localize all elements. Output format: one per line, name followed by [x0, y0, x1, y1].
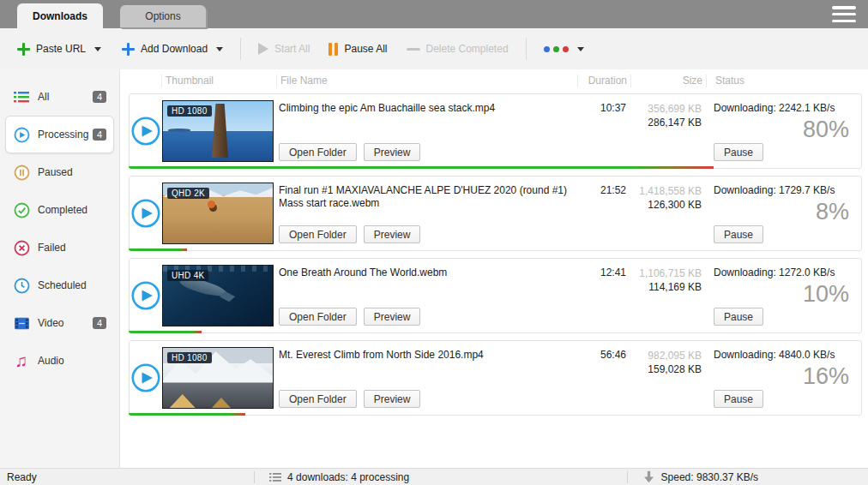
duration-value: 21:52 — [576, 177, 630, 250]
column-status[interactable]: Status — [706, 75, 862, 87]
plus-icon — [122, 43, 135, 56]
download-arrow-icon — [642, 470, 655, 483]
download-row[interactable]: HD 1080 Climbing the epic Am Buachaille … — [129, 93, 862, 169]
downloads-summary: 4 downloads: 4 processing — [245, 471, 409, 483]
chevron-down-icon[interactable] — [216, 47, 223, 51]
quality-badge: QHD 2K — [167, 188, 209, 199]
pause-circle-icon — [13, 164, 30, 181]
tab-options[interactable]: Options — [120, 5, 206, 27]
file-name: Final run #1 MAXIAVALANCHE ALPE D'HUEZ 2… — [279, 184, 570, 210]
size-total: 1,418,558 KB — [630, 184, 702, 198]
download-rows: HD 1080 Climbing the epic Am Buachaille … — [129, 93, 862, 416]
preview-button[interactable]: Preview — [364, 308, 421, 326]
open-folder-button[interactable]: Open Folder — [279, 390, 357, 408]
list-colored-icon — [13, 88, 30, 105]
download-speed-status: Downloading: 1729.7 KB/s — [714, 184, 851, 196]
thumbnail-image[interactable]: QHD 2K — [162, 183, 274, 244]
pause-all-button[interactable]: Pause All — [322, 38, 394, 61]
toolbar: Paste URL Add Download Start All Pause A… — [0, 28, 868, 69]
file-name: One Breath Around The World.webm — [279, 266, 570, 279]
delete-completed-button[interactable]: Delete Completed — [400, 38, 515, 60]
download-list-panel: Thumbnail File Name Duration Size Status… — [120, 69, 868, 468]
column-size[interactable]: Size — [630, 75, 706, 87]
preview-button[interactable]: Preview — [364, 225, 421, 243]
size-total: 1,106,715 KB — [630, 266, 702, 280]
tab-bar: Downloads Options — [0, 0, 868, 28]
size-downloaded: 159,028 KB — [630, 362, 702, 376]
play-circle-icon — [13, 126, 30, 143]
progress-bar — [129, 413, 245, 416]
speed-indicator: Speed: 9830.37 KB/s — [618, 470, 758, 483]
thumbnail-image[interactable]: HD 1080 — [162, 347, 274, 409]
thumbnail-image[interactable]: HD 1080 — [162, 100, 274, 162]
column-thumbnail[interactable]: Thumbnail — [161, 75, 276, 87]
open-folder-button[interactable]: Open Folder — [279, 308, 357, 326]
play-button[interactable] — [131, 199, 160, 228]
status-bar: Ready 4 downloads: 4 processing Speed: 9… — [0, 468, 868, 485]
pause-button[interactable]: Pause — [714, 225, 763, 243]
count-badge: 4 — [93, 129, 106, 141]
clock-circle-icon — [13, 277, 30, 294]
preview-button[interactable]: Preview — [364, 143, 421, 161]
colored-dots-icon — [544, 46, 569, 52]
size-cell: 982,095 KB 159,028 KB — [630, 341, 705, 415]
sidebar-item-all[interactable]: All 4 — [5, 78, 114, 116]
sidebar-item-paused[interactable]: Paused — [5, 153, 114, 191]
sidebar-item-label: Scheduled — [38, 279, 87, 291]
tab-downloads-label: Downloads — [33, 10, 87, 22]
sidebar-item-processing[interactable]: Processing 4 — [5, 116, 114, 153]
sidebar-item-audio[interactable]: ♫ Audio — [5, 342, 114, 380]
header-spacer — [129, 75, 161, 87]
download-row[interactable]: QHD 2K Final run #1 MAXIAVALANCHE ALPE D… — [129, 176, 862, 251]
tab-options-label: Options — [145, 10, 180, 22]
thumbnail-image[interactable]: UHD 4K — [162, 265, 274, 326]
preview-button[interactable]: Preview — [364, 390, 421, 408]
sidebar-item-failed[interactable]: Failed — [5, 229, 114, 266]
list-icon — [269, 471, 281, 483]
sidebar-item-video[interactable]: Video 4 — [5, 304, 114, 342]
sidebar-item-label: Failed — [38, 242, 66, 254]
progress-bar — [129, 248, 187, 251]
chevron-down-icon[interactable] — [577, 47, 584, 51]
add-download-button[interactable]: Add Download — [115, 38, 230, 61]
pause-icon — [329, 43, 338, 56]
start-all-button[interactable]: Start All — [251, 38, 316, 60]
quality-badge: UHD 4K — [167, 270, 208, 281]
pause-button[interactable]: Pause — [714, 390, 763, 408]
sidebar-item-label: Processing — [38, 129, 88, 141]
play-button[interactable] — [131, 363, 160, 392]
sidebar-item-completed[interactable]: Completed — [5, 191, 114, 229]
download-row[interactable]: UHD 4K One Breath Around The World.webm … — [129, 258, 862, 333]
tab-downloads[interactable]: Downloads — [17, 3, 103, 28]
delete-completed-label: Delete Completed — [426, 43, 509, 55]
play-button[interactable] — [131, 117, 160, 146]
open-folder-button[interactable]: Open Folder — [279, 225, 357, 243]
play-icon — [258, 43, 268, 55]
download-speed-status: Downloading: 2242.1 KB/s — [714, 102, 851, 114]
pause-button[interactable]: Pause — [714, 143, 763, 161]
progress-bar — [129, 166, 714, 169]
download-speed-status: Downloading: 1272.0 KB/s — [714, 266, 851, 278]
play-button[interactable] — [131, 281, 160, 310]
chevron-down-icon[interactable] — [94, 47, 101, 51]
toolbar-separator — [526, 38, 527, 60]
add-download-label: Add Download — [141, 43, 208, 55]
open-folder-button[interactable]: Open Folder — [279, 143, 357, 161]
more-options-button[interactable] — [537, 41, 591, 57]
download-row[interactable]: HD 1080 Mt. Everest Climb from North Sid… — [129, 340, 862, 416]
x-circle-icon — [13, 239, 30, 256]
menu-icon[interactable] — [832, 6, 856, 22]
duration-value: 12:41 — [576, 259, 630, 332]
size-cell: 1,106,715 KB 114,169 KB — [630, 259, 705, 332]
column-file-name[interactable]: File Name — [276, 75, 577, 87]
column-duration[interactable]: Duration — [577, 75, 630, 87]
sidebar-item-scheduled[interactable]: Scheduled — [5, 266, 114, 304]
status-ready-label: Ready — [7, 471, 37, 483]
dash-icon — [407, 48, 420, 51]
file-name: Climbing the epic Am Buachaille sea stac… — [279, 102, 570, 115]
download-speed-status: Downloading: 4840.0 KB/s — [714, 349, 851, 361]
pause-button[interactable]: Pause — [714, 308, 763, 326]
paste-url-button[interactable]: Paste URL — [10, 38, 108, 61]
duration-value: 10:37 — [576, 94, 630, 168]
size-downloaded: 126,300 KB — [630, 198, 702, 212]
